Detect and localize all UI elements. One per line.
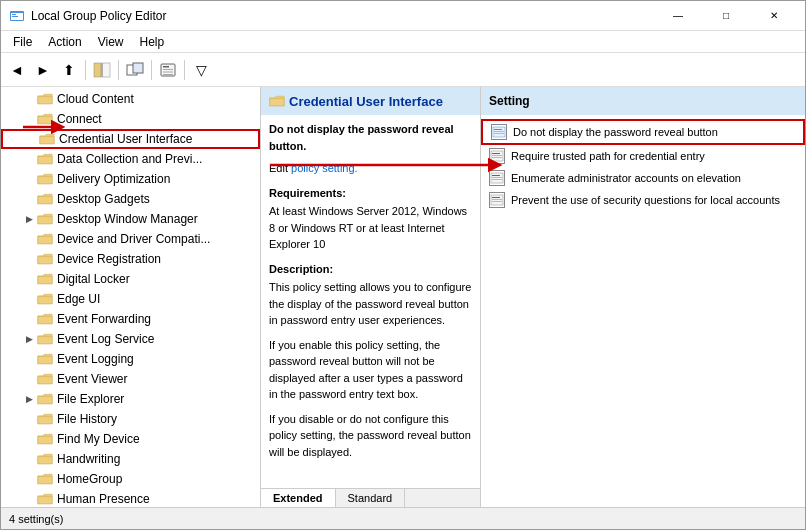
maximize-button[interactable]: □ [703, 1, 749, 31]
tree-item-label: Cloud Content [57, 92, 134, 106]
svg-rect-10 [163, 66, 169, 68]
tab-standard[interactable]: Standard [336, 489, 406, 507]
if-enable-text: If you enable this policy setting, the p… [269, 337, 472, 403]
tree-item-desktop-gadgets[interactable]: Desktop Gadgets [1, 189, 260, 209]
forward-button[interactable]: ► [31, 58, 55, 82]
folder-icon [37, 352, 53, 366]
tree-item-event-viewer[interactable]: Event Viewer [1, 369, 260, 389]
filter-button[interactable]: ▽ [189, 58, 213, 82]
app-icon [9, 8, 25, 24]
setting-glyph-icon [492, 126, 506, 138]
folder-icon [37, 212, 53, 226]
setting-icon-2 [489, 148, 505, 164]
right-panel-title: Setting [489, 94, 530, 108]
tree-item-label: Device and Driver Compati... [57, 232, 210, 246]
tree-item-file-explorer[interactable]: ▶ File Explorer [1, 389, 260, 409]
svg-rect-15 [494, 129, 502, 130]
minimize-button[interactable]: — [655, 1, 701, 31]
status-bar: 4 setting(s) [1, 507, 805, 529]
tree-item-file-history[interactable]: File History [1, 409, 260, 429]
setting-item-4[interactable]: Prevent the use of security questions fo… [481, 189, 805, 211]
menu-bar: File Action View Help [1, 31, 805, 53]
tree-item-label: Handwriting [57, 452, 120, 466]
tree-item-data-collection[interactable]: Data Collection and Previ... [1, 149, 260, 169]
menu-help[interactable]: Help [132, 33, 173, 51]
menu-file[interactable]: File [5, 33, 40, 51]
setting-glyph-icon [490, 150, 504, 162]
back-button[interactable]: ◄ [5, 58, 29, 82]
tree-item-connect[interactable]: Connect [1, 109, 260, 129]
svg-rect-11 [163, 69, 173, 70]
tree-item-event-forwarding[interactable]: Event Forwarding [1, 309, 260, 329]
setting-label-3: Enumerate administrator accounts on elev… [511, 172, 741, 184]
title-bar: Local Group Policy Editor — □ ✕ [1, 1, 805, 31]
middle-panel: Credential User Interface Do not display… [261, 87, 481, 507]
new-window-button[interactable] [123, 58, 147, 82]
requirements-label: Requirements: [269, 187, 346, 199]
svg-rect-2 [12, 14, 16, 15]
tree-panel: Cloud Content Connect Credential Use [1, 87, 261, 507]
panel-tabs: Extended Standard [261, 488, 480, 507]
setting-item-3[interactable]: Enumerate administrator accounts on elev… [481, 167, 805, 189]
svg-rect-5 [102, 63, 110, 77]
tree-item-event-logging[interactable]: Event Logging [1, 349, 260, 369]
tree-item-label: Human Presence [57, 492, 150, 506]
tree-item-edge-ui[interactable]: Edge UI [1, 289, 260, 309]
tab-extended[interactable]: Extended [261, 489, 336, 507]
properties-button[interactable] [156, 58, 180, 82]
svg-rect-23 [492, 175, 500, 176]
svg-rect-17 [494, 133, 504, 134]
tree-item-label: Digital Locker [57, 272, 130, 286]
tree-item-homegroup[interactable]: HomeGroup [1, 469, 260, 489]
tree-item-desktop-wm[interactable]: ▶ Desktop Window Manager [1, 209, 260, 229]
policy-setting-link[interactable]: policy setting. [291, 162, 358, 174]
separator-1 [85, 60, 86, 80]
up-button[interactable]: ⬆ [57, 58, 81, 82]
description-label: Description: [269, 263, 333, 275]
separator-2 [118, 60, 119, 80]
tree-item-label: Device Registration [57, 252, 161, 266]
svg-rect-4 [94, 63, 101, 77]
tree-item-label: Connect [57, 112, 102, 126]
setting-icon-1 [491, 124, 507, 140]
folder-icon [37, 492, 53, 506]
svg-rect-20 [492, 155, 502, 156]
svg-rect-16 [494, 131, 504, 132]
menu-view[interactable]: View [90, 33, 132, 51]
tree-item-event-log[interactable]: ▶ Event Log Service [1, 329, 260, 349]
svg-rect-19 [492, 153, 500, 154]
middle-panel-content: Do not display the password reveal butto… [261, 115, 480, 488]
tree-item-device-driver[interactable]: Device and Driver Compati... [1, 229, 260, 249]
main-window: Local Group Policy Editor — □ ✕ File Act… [0, 0, 806, 530]
show-hide-button[interactable] [90, 58, 114, 82]
svg-rect-27 [492, 197, 500, 198]
close-button[interactable]: ✕ [751, 1, 797, 31]
svg-rect-25 [492, 179, 502, 180]
folder-icon [37, 452, 53, 466]
tree-item-cloud-content[interactable]: Cloud Content [1, 89, 260, 109]
tree-item-label: Desktop Window Manager [57, 212, 198, 226]
tree-item-digital-locker[interactable]: Digital Locker [1, 269, 260, 289]
tree-item-human-presence[interactable]: Human Presence [1, 489, 260, 507]
tree-item-handwriting[interactable]: Handwriting [1, 449, 260, 469]
svg-rect-29 [492, 201, 502, 202]
tree-item-credential-ui[interactable]: Credential User Interface [1, 129, 260, 149]
tree-item-device-registration[interactable]: Device Registration [1, 249, 260, 269]
setting-item-1[interactable]: Do not display the password reveal butto… [481, 119, 805, 145]
folder-icon [37, 312, 53, 326]
setting-item-2[interactable]: Require trusted path for credential entr… [481, 145, 805, 167]
setting-label-4: Prevent the use of security questions fo… [511, 194, 780, 206]
separator-4 [184, 60, 185, 80]
folder-icon [37, 392, 53, 406]
tree-item-label: Event Logging [57, 352, 134, 366]
svg-rect-14 [493, 127, 505, 137]
svg-rect-12 [163, 71, 173, 72]
menu-action[interactable]: Action [40, 33, 89, 51]
setting-label-2: Require trusted path for credential entr… [511, 150, 705, 162]
window-title: Local Group Policy Editor [31, 9, 655, 23]
svg-rect-22 [491, 173, 503, 183]
svg-rect-3 [12, 16, 18, 17]
tree-item-delivery-opt[interactable]: Delivery Optimization [1, 169, 260, 189]
setting-glyph-icon [490, 194, 504, 206]
tree-item-find-device[interactable]: Find My Device [1, 429, 260, 449]
